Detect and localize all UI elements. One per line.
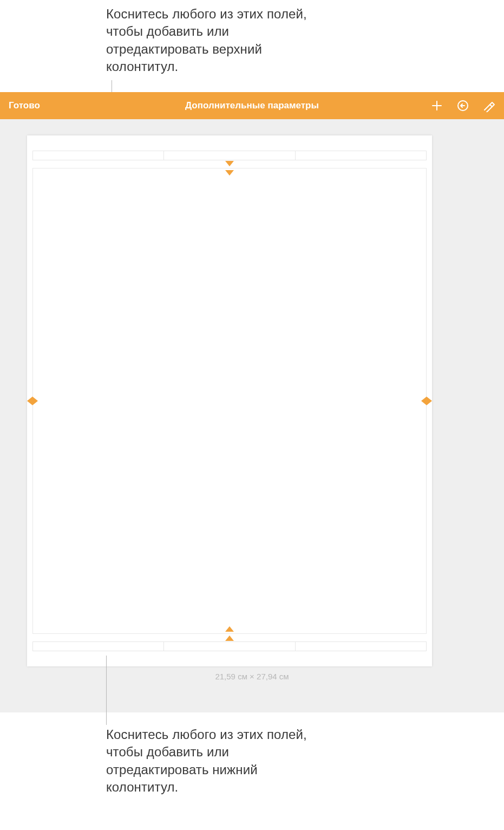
page-body[interactable] <box>32 168 427 634</box>
plus-icon[interactable] <box>430 99 443 112</box>
canvas: 21,59 см × 27,94 см <box>0 119 504 712</box>
margin-handle-top-outer[interactable] <box>225 161 234 166</box>
margin-handle-right[interactable] <box>421 397 432 405</box>
header-field-left[interactable] <box>32 151 164 160</box>
margin-handle-top-inner[interactable] <box>225 170 234 176</box>
page-size-label: 21,59 см × 27,94 см <box>215 672 289 681</box>
header-field-right[interactable] <box>295 151 427 160</box>
callout-leader-bottom <box>106 656 107 725</box>
header-field-center[interactable] <box>163 151 295 160</box>
footer-field-left[interactable] <box>32 641 164 651</box>
triangle-right-icon <box>427 397 432 405</box>
triangle-right-icon <box>32 397 38 405</box>
triangle-left-icon <box>421 397 427 405</box>
margin-handle-left[interactable] <box>27 397 38 405</box>
toolbar-title: Дополнительные параметры <box>185 100 319 111</box>
footer-field-center[interactable] <box>163 641 295 651</box>
header-fields <box>32 151 427 160</box>
footer-field-right[interactable] <box>295 641 427 651</box>
callout-footer: Коснитесь любого из этих полей, чтобы до… <box>106 726 312 796</box>
format-brush-icon[interactable] <box>482 99 495 112</box>
app-window: Готово Дополнительные параметры <box>0 92 504 712</box>
document-page <box>27 135 432 666</box>
toolbar-right-icons <box>430 99 495 112</box>
undo-icon[interactable] <box>456 99 469 112</box>
callout-header: Коснитесь любого из этих полей, чтобы до… <box>106 5 312 76</box>
margin-handle-bottom-outer[interactable] <box>225 636 234 641</box>
footer-fields <box>32 641 427 651</box>
triangle-left-icon <box>27 397 32 405</box>
done-button[interactable]: Готово <box>9 100 40 111</box>
margin-handle-bottom-inner[interactable] <box>225 626 234 632</box>
toolbar: Готово Дополнительные параметры <box>0 92 504 119</box>
